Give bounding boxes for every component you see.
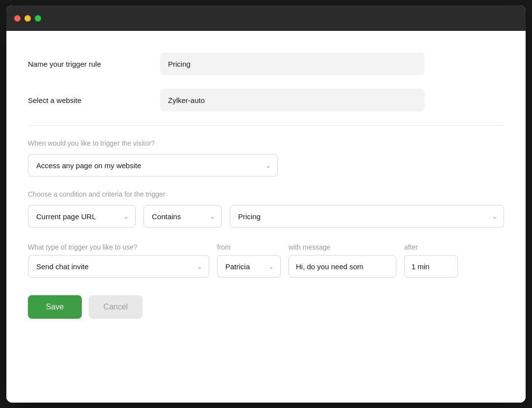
trigger-rule-row: Name your trigger rule [28,52,504,75]
condition-label: Choose a condition and criteria for the … [28,190,504,198]
condition-value-wrapper: Pricing Home About Contact ⌄ [230,205,504,228]
from-select[interactable]: Patricia John Sarah [217,255,281,278]
message-col: with message [289,243,396,278]
app-window: Name your trigger rule Select a website … [6,5,526,403]
condition-field-wrapper: Current page URL Page Title Referrer URL… [28,205,136,228]
minimize-button[interactable] [24,15,31,22]
maximize-button[interactable] [35,15,41,22]
trigger-select[interactable]: Access any page on my website Access a s… [28,154,278,177]
action-row: Save Cancel [28,295,504,319]
trigger-question: When would you like to trigger the visit… [28,139,504,147]
type-select[interactable]: Send chat invite Send email Show popup [28,255,209,278]
top-fields: Name your trigger rule Select a website [28,52,504,111]
after-label: after [404,243,458,251]
type-select-wrapper: Send chat invite Send email Show popup ⌄ [28,255,209,278]
from-label: from [217,243,281,251]
condition-operator-select[interactable]: Contains Equals Starts with Ends with [144,205,222,228]
condition-row: Current page URL Page Title Referrer URL… [28,205,504,228]
type-label: What type of trigger you like to use? [28,243,209,251]
select-website-row: Select a website [28,89,504,111]
after-col: after [404,243,458,278]
condition-operator-wrapper: Contains Equals Starts with Ends with ⌄ [144,205,222,228]
from-col: from Patricia John Sarah ⌄ [217,243,281,278]
condition-value-select[interactable]: Pricing Home About Contact [230,205,504,228]
divider [28,125,504,126]
after-input[interactable] [404,255,458,278]
message-input[interactable] [289,255,396,278]
trigger-rule-input[interactable] [160,52,425,75]
select-website-input[interactable] [160,89,425,111]
trigger-type-select-wrapper: Access any page on my website Access a s… [28,154,278,177]
title-bar [6,5,526,31]
trigger-rule-label: Name your trigger rule [28,60,160,68]
select-website-label: Select a website [28,96,160,104]
cancel-button[interactable]: Cancel [89,295,143,319]
type-col: What type of trigger you like to use? Se… [28,243,209,278]
main-content: Name your trigger rule Select a website … [6,31,526,403]
close-button[interactable] [14,15,21,22]
condition-field-select[interactable]: Current page URL Page Title Referrer URL [28,205,136,228]
trigger-type-row: What type of trigger you like to use? Se… [28,243,504,278]
trigger-type-section: What type of trigger you like to use? Se… [28,243,504,278]
save-button[interactable]: Save [28,295,82,319]
from-select-wrapper: Patricia John Sarah ⌄ [217,255,281,278]
message-label: with message [289,243,396,251]
